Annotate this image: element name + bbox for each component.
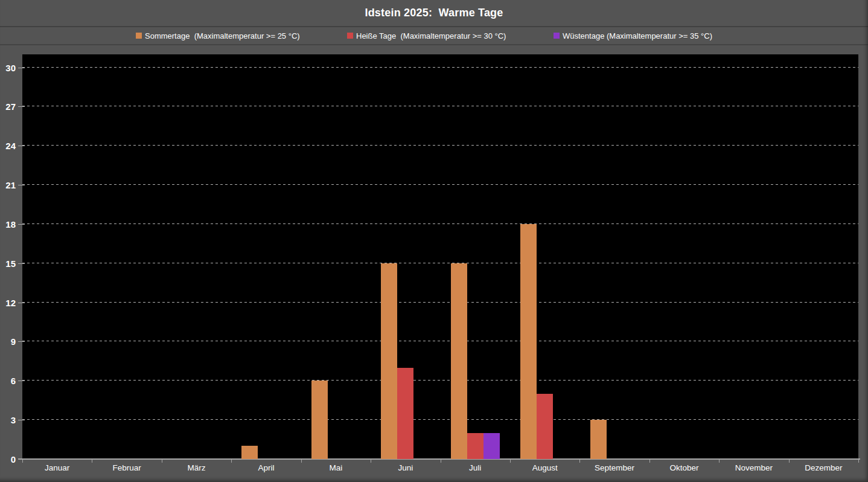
bar-group-märz <box>162 54 231 459</box>
x-tick-label-mai: Mai <box>301 462 371 480</box>
bar-group-april <box>231 54 301 459</box>
legend-label-sommertage: Sommertage (Maximaltemperatur >= 25 °C) <box>145 31 300 40</box>
bar-group-januar <box>22 54 92 459</box>
x-tick-label-januar: Januar <box>22 462 92 480</box>
bar-heiße-juli <box>467 433 483 459</box>
y-tick-label: 21 <box>5 180 16 190</box>
bars-layer <box>22 54 858 459</box>
legend-swatch-sommertage <box>136 33 142 39</box>
legend-item-wuestentage: Wüstentage (Maximaltemperatur >= 35 °C) <box>554 27 712 44</box>
y-tick-label: 24 <box>5 141 16 151</box>
bar-sommertage-april <box>241 446 258 459</box>
bar-group-september <box>579 54 649 459</box>
y-tick-label: 30 <box>5 62 16 72</box>
chart: Idstein 2025: Warme Tage Sommertage (Max… <box>0 0 868 482</box>
y-tick-label: 9 <box>11 336 16 347</box>
chart-title: Idstein 2025: Warme Tage <box>365 7 503 19</box>
bar-sommertage-juli <box>451 263 467 459</box>
legend-item-sommertage: Sommertage (Maximaltemperatur >= 25 °C) <box>136 27 300 44</box>
x-axis-labels: JanuarFebruarMärzAprilMaiJuniJuliAugustS… <box>22 462 858 480</box>
bar-sommertage-september <box>590 420 607 459</box>
legend-label-heisse-tage: Heiße Tage (Maximaltemperatur >= 30 °C) <box>356 31 506 40</box>
bar-group-dezember <box>789 54 858 459</box>
y-tick-label: 15 <box>5 258 16 268</box>
bar-heiße-juni <box>397 368 413 459</box>
x-tick-label-april: April <box>231 462 301 480</box>
y-tick-label: 27 <box>5 101 16 112</box>
legend: Sommertage (Maximaltemperatur >= 25 °C) … <box>0 27 868 45</box>
bar-sommertage-mai <box>311 381 328 459</box>
y-tick-label: 0 <box>11 454 16 464</box>
bar-group-november <box>719 54 788 459</box>
bar-group-februar <box>92 54 161 459</box>
bar-group-mai <box>301 54 371 459</box>
bar-group-august <box>510 54 579 459</box>
x-tick-label-juni: Juni <box>371 462 440 480</box>
x-tick-label-dezember: Dezember <box>789 462 858 480</box>
bar-group-oktober <box>649 54 719 459</box>
y-tick-label: 3 <box>11 415 16 425</box>
bar-sommertage-juni <box>381 263 397 459</box>
x-tick-label-oktober: Oktober <box>649 462 719 480</box>
y-tick-label: 18 <box>5 219 16 229</box>
x-tick-label-februar: Februar <box>92 462 161 480</box>
y-tick-label: 6 <box>11 376 16 386</box>
legend-swatch-heisse-tage <box>347 33 353 39</box>
x-tick-label-märz: März <box>162 462 231 480</box>
legend-item-heisse-tage: Heiße Tage (Maximaltemperatur >= 30 °C) <box>347 27 506 44</box>
y-axis: 036912151821242730 <box>0 54 22 459</box>
x-tick-label-juli: Juli <box>441 462 510 480</box>
bar-sommertage-august <box>520 224 537 459</box>
bar-group-juli <box>441 54 510 459</box>
x-tick-label-november: November <box>719 462 788 480</box>
title-bar: Idstein 2025: Warme Tage <box>0 0 868 27</box>
bar-heiße-august <box>537 394 553 459</box>
x-tick-label-september: September <box>579 462 649 480</box>
bar-wüstentage-juli <box>483 433 500 459</box>
y-tick-label: 12 <box>5 297 16 307</box>
legend-label-wuestentage: Wüstentage (Maximaltemperatur >= 35 °C) <box>563 31 712 40</box>
x-tick-label-august: August <box>510 462 579 480</box>
legend-swatch-wuestentage <box>554 33 560 39</box>
x-boundary-tick <box>858 460 859 463</box>
bar-group-juni <box>371 54 440 459</box>
